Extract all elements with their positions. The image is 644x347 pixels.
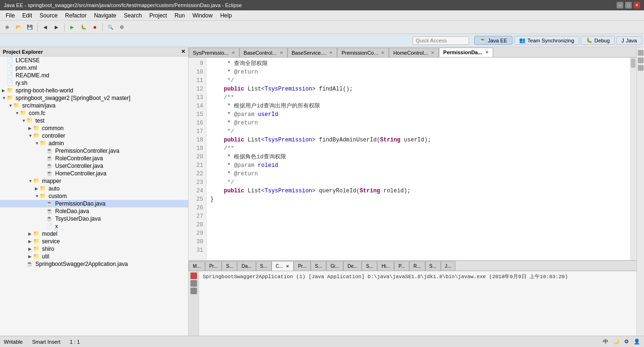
toolbar-open[interactable]: 📂 — [13, 22, 24, 33]
menu-run[interactable]: Run — [171, 11, 189, 20]
tree-item-label: com.fc — [29, 110, 45, 116]
tree-item[interactable]: ▼📁com.fc — [0, 109, 188, 117]
perspective-java[interactable]: J Java — [616, 36, 642, 45]
toolbar-search[interactable]: 🔍 — [105, 22, 116, 33]
stop-button[interactable] — [190, 273, 197, 279]
perspective-javaee[interactable]: ☕ Java EE — [474, 36, 512, 45]
menu-navigate[interactable]: Navigate — [90, 11, 120, 20]
tree-item-label: src/main/java — [22, 102, 56, 109]
bottom-tab-0[interactable]: M... — [189, 261, 205, 271]
perspective-team[interactable]: 👥 Team Synchronizing — [514, 36, 579, 45]
tree-item[interactable]: ▶📁common — [0, 124, 188, 132]
bottom-tab-7[interactable]: S... — [311, 261, 326, 271]
bottom-tab-11[interactable]: Hi... — [377, 261, 394, 271]
explorer-close-icon[interactable]: ✕ — [181, 49, 185, 55]
tree-item[interactable]: ☕PermissionDao.java — [0, 200, 188, 207]
editor-tab-4[interactable]: HomeControl...✕ — [389, 48, 439, 57]
tree-item[interactable]: ☕SpringbootSwagger2Application.java — [0, 260, 188, 268]
menu-window[interactable]: Window — [189, 11, 216, 20]
tree-item[interactable]: 📄LICENSE — [0, 57, 188, 64]
bottom-tab-9[interactable]: De... — [343, 261, 362, 271]
tree-item[interactable]: ☕PremissionController.java — [0, 147, 188, 155]
code-content[interactable]: * 查询全部权限 * @return */ public List<TsysPr… — [206, 58, 630, 260]
toolbar-settings[interactable]: ⚙ — [116, 22, 127, 33]
rsb-icon2[interactable] — [638, 58, 644, 63]
tree-item[interactable]: ▼📁custom — [0, 192, 188, 200]
tree-item[interactable]: 📄README.md — [0, 72, 188, 79]
bottom-tab-2[interactable]: S... — [222, 261, 237, 271]
tree-item[interactable]: ▼📁springboot_swagger2 [SpringBoot_v2 mas… — [0, 94, 188, 102]
menu-help[interactable]: Help — [216, 11, 236, 20]
menu-search[interactable]: Search — [120, 11, 146, 20]
tree-item[interactable]: ☕RoleController.java — [0, 155, 188, 162]
perspective-debug[interactable]: 🐛 Debug — [581, 36, 615, 45]
menu-refactor[interactable]: Refactor — [61, 11, 90, 20]
tree-item[interactable]: ▼📁src/main/java — [0, 102, 188, 109]
tree-item[interactable]: ☕RoleDao.java — [0, 207, 188, 215]
toolbar-stop[interactable]: ■ — [90, 22, 100, 33]
toolbar-debug[interactable]: 🐛 — [78, 22, 89, 33]
tree-item[interactable]: ▶📁auto — [0, 185, 188, 192]
tree-item[interactable]: ▶📁spring-boot-hello-world — [0, 87, 188, 94]
tree-item[interactable]: ▼📁test — [0, 117, 188, 124]
tab-close-0[interactable]: ✕ — [231, 50, 235, 55]
rsb-icon3[interactable] — [638, 65, 644, 71]
toolbar-forward[interactable]: ▶ — [51, 22, 62, 33]
tree-item[interactable]: ☕TsysUserDao.java — [0, 215, 188, 223]
tree-item[interactable]: 📄x — [0, 223, 188, 230]
toolbar-run[interactable]: ▶ — [67, 22, 77, 33]
editor-tab-1[interactable]: BaseControl...✕ — [239, 48, 288, 57]
menu-source[interactable]: Source — [36, 11, 61, 20]
rsb-icon1[interactable] — [638, 50, 644, 56]
bottom-tab-10[interactable]: S... — [362, 261, 377, 271]
editor-scrollbar[interactable] — [630, 58, 636, 260]
tree-item[interactable]: ▶📁model — [0, 230, 188, 238]
bottom-tab-close[interactable]: ✕ — [286, 264, 289, 269]
editor-tab-2[interactable]: BaseService....✕ — [288, 48, 338, 57]
bottom-tab-13[interactable]: R... — [409, 261, 425, 271]
bottom-tab-14[interactable]: S... — [425, 261, 441, 271]
tab-close-1[interactable]: ✕ — [280, 50, 283, 55]
tab-close-3[interactable]: ✕ — [381, 50, 385, 55]
tree-item[interactable]: ▶📁shiro — [0, 245, 188, 253]
bottom-tab-1[interactable]: Pr... — [205, 261, 222, 271]
toolbar-new[interactable]: ⊕ — [2, 22, 12, 33]
tree-item[interactable]: ▶📁util — [0, 253, 188, 260]
code-editor[interactable]: 9101112131415161718192021222324252627282… — [189, 58, 636, 260]
tree-item[interactable]: 📄ry.sh — [0, 79, 188, 87]
tab-close-4[interactable]: ✕ — [431, 50, 435, 55]
tree-item[interactable]: ☕UserController.java — [0, 162, 188, 170]
menu-file[interactable]: File — [2, 11, 18, 20]
minimize-button[interactable]: ─ — [617, 2, 623, 8]
editor-tab-5[interactable]: PermissionDa...✕ — [439, 48, 493, 57]
console-btn2[interactable] — [190, 280, 197, 287]
line-number: 30 — [190, 238, 203, 246]
editor-tab-0[interactable]: SysPremissio...✕ — [189, 48, 239, 57]
bottom-tab-6[interactable]: Pr... — [294, 261, 311, 271]
toolbar-back[interactable]: ◀ — [40, 22, 50, 33]
tree-item[interactable]: 📄pom.xml — [0, 64, 188, 72]
tree-item[interactable]: ☕HomeController.java — [0, 170, 188, 177]
bottom-tab-15[interactable]: J... — [441, 261, 455, 271]
line-number: 23 — [190, 178, 203, 187]
editor-tab-3[interactable]: PremissionCo...✕ — [337, 48, 389, 57]
menu-project[interactable]: Project — [146, 11, 171, 20]
quick-access-input[interactable] — [413, 36, 469, 45]
toolbar-save[interactable]: 💾 — [25, 22, 35, 33]
scroll-thumb[interactable] — [631, 58, 636, 68]
maximize-button[interactable]: □ — [625, 2, 632, 8]
bottom-tab-4[interactable]: S... — [256, 261, 272, 271]
menu-edit[interactable]: Edit — [18, 11, 36, 20]
bottom-tab-5[interactable]: C...✕ — [272, 261, 294, 271]
bottom-tab-8[interactable]: Gi... — [326, 261, 343, 271]
tree-item[interactable]: ▼📁mapper — [0, 177, 188, 185]
tree-item[interactable]: ▼📁controller — [0, 132, 188, 140]
tab-close-2[interactable]: ✕ — [329, 50, 333, 55]
tree-item[interactable]: ▶📁service — [0, 238, 188, 245]
tree-item[interactable]: ▼📁admin — [0, 140, 188, 147]
tab-close-5[interactable]: ✕ — [485, 50, 489, 55]
console-btn3[interactable] — [190, 288, 197, 294]
close-button[interactable]: ✕ — [634, 2, 640, 8]
bottom-tab-12[interactable]: P... — [394, 261, 409, 271]
bottom-tab-3[interactable]: Da... — [237, 261, 256, 271]
